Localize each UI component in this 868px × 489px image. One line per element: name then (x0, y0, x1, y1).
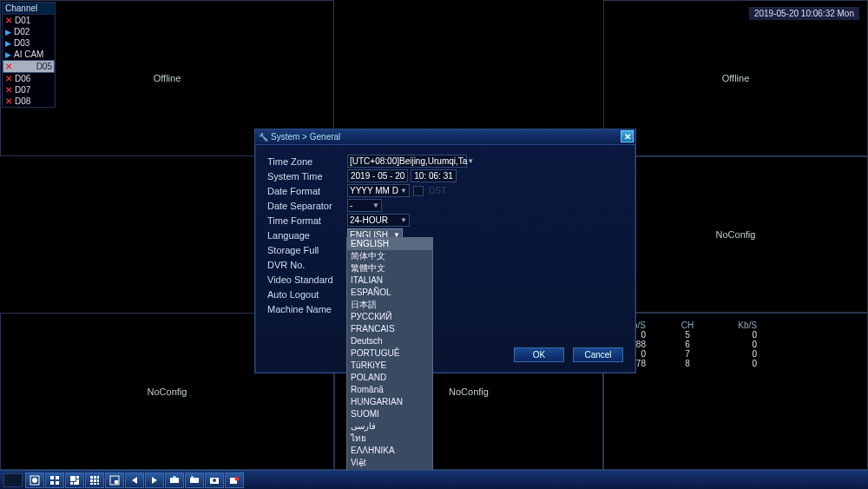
lang-option[interactable]: HUNGARIAN (347, 396, 432, 408)
svg-rect-28 (191, 476, 194, 478)
lang-option[interactable]: РУССКИЙ (347, 311, 432, 323)
channel-item-label: D01 (15, 16, 30, 25)
x-icon: ✕ (5, 62, 12, 71)
tb-prev-button[interactable] (125, 472, 144, 488)
svg-rect-10 (74, 482, 76, 485)
ok-button[interactable]: OK (514, 347, 564, 362)
tb-record-button[interactable] (225, 472, 244, 488)
svg-marker-23 (132, 477, 137, 484)
lang-option[interactable]: Română (347, 384, 432, 396)
play-icon: ▶ (5, 39, 11, 48)
lang-option[interactable]: POLAND (347, 372, 432, 384)
svg-rect-6 (70, 476, 76, 481)
lang-option[interactable]: Deutsch (347, 335, 432, 347)
tb-layout1-button[interactable] (165, 472, 184, 488)
tb-view4-button[interactable] (45, 472, 64, 488)
svg-rect-19 (94, 483, 96, 485)
channel-item-label: AI CAM (14, 50, 43, 59)
svg-point-30 (213, 479, 216, 482)
label-systime: System Time (267, 171, 347, 182)
channel-item-D05[interactable]: ✕D05 (3, 60, 55, 73)
channel-item-label: D07 (15, 85, 30, 95)
channel-item-label: D08 (15, 96, 30, 106)
language-dropdown-list[interactable]: ENGLISH简体中文繁體中文ITALIANESPAÑOL日本語РУССКИЙF… (346, 237, 433, 482)
cancel-button[interactable]: Cancel (573, 347, 623, 362)
close-icon: ✕ (624, 132, 631, 142)
channel-item-label: D03 (14, 38, 30, 48)
lang-option[interactable]: ΕΛΛΗΝΙΚΑ (347, 445, 432, 457)
svg-rect-3 (56, 476, 59, 479)
channel-panel-header: Channel (3, 3, 55, 15)
chevron-down-icon: ▼ (400, 216, 407, 224)
dateformat-select[interactable]: YYYY MM D▼ (347, 184, 410, 197)
camera-cell-2[interactable]: Offline (603, 0, 868, 156)
tb-view1-button[interactable] (25, 472, 44, 488)
dst-checkbox[interactable] (413, 186, 424, 196)
svg-rect-15 (90, 479, 93, 482)
chevron-down-icon: ▼ (372, 202, 379, 209)
datesep-select[interactable]: -▼ (347, 199, 382, 212)
lang-option[interactable]: TüRKiYE (347, 360, 432, 372)
dst-label: DST (429, 186, 446, 195)
svg-point-1 (32, 478, 37, 483)
lang-option[interactable]: 繁體中文 (347, 262, 432, 274)
svg-rect-7 (76, 476, 79, 479)
svg-rect-26 (173, 476, 176, 478)
channel-item-AI CAM[interactable]: ▶AI CAM (3, 49, 55, 60)
tb-view8-button[interactable] (65, 472, 84, 488)
channel-item-D03[interactable]: ▶D03 (3, 37, 55, 49)
lang-option[interactable]: ไทย (347, 433, 432, 445)
stats-table: Kb/SCHKb/S 050 128860 070 127880 (609, 320, 862, 368)
tb-next-button[interactable] (145, 472, 164, 488)
cell-status: NoConfig (449, 387, 489, 397)
timeformat-select[interactable]: 24-HOUR▼ (347, 214, 410, 227)
lang-option[interactable]: فارسی (347, 420, 432, 433)
svg-rect-2 (50, 476, 54, 479)
lang-option[interactable]: Việt (347, 457, 432, 469)
systime-time-input[interactable]: 10: 06: 31 (411, 169, 456, 182)
play-icon: ▶ (5, 28, 11, 36)
dialog-titlebar[interactable]: 🔧 System > General ✕ (255, 129, 635, 145)
channel-item-D01[interactable]: ✕D01 (3, 15, 55, 26)
channel-item-label: D05 (36, 62, 52, 71)
lang-option[interactable]: ESPAÑOL (347, 287, 432, 299)
wrench-icon: 🔧 (259, 133, 268, 142)
channel-item-label: D02 (14, 27, 30, 36)
lang-option[interactable]: 简体中文 (347, 250, 432, 262)
lang-option[interactable]: PORTUGUÊ (347, 347, 432, 360)
svg-rect-27 (190, 478, 199, 483)
label-timezone: Time Zone (267, 156, 347, 167)
channel-item-D08[interactable]: ✕D08 (3, 96, 55, 107)
svg-rect-22 (115, 480, 118, 484)
channel-item-D06[interactable]: ✕D06 (3, 73, 55, 84)
channel-item-D02[interactable]: ▶D02 (3, 26, 55, 37)
timezone-select[interactable]: [UTC+08:00]Beijing,Urumqi,Ta▼ (347, 155, 467, 168)
tb-snapshot-button[interactable] (205, 472, 224, 488)
stats-row: 128860 (609, 340, 862, 349)
lang-option[interactable]: SUOMI (347, 408, 432, 420)
svg-rect-18 (90, 483, 93, 485)
toolbar (0, 470, 868, 489)
camera-cell-7[interactable]: Kb/SCHKb/S 050 128860 070 127880 (603, 313, 868, 470)
svg-rect-14 (97, 476, 99, 479)
tb-pip-button[interactable] (105, 472, 124, 488)
stats-row: 050 (609, 330, 862, 340)
toolbar-spacer (3, 473, 23, 487)
lang-option[interactable]: 日本語 (347, 299, 432, 311)
lang-option[interactable]: ENGLISH (347, 238, 432, 250)
lang-option[interactable]: ITALIAN (347, 274, 432, 287)
camera-cell-4[interactable]: NoConfig (603, 156, 868, 313)
label-dvrno: DVR No. (267, 260, 347, 270)
cell-status: Offline (722, 73, 750, 83)
chevron-down-icon: ▼ (467, 157, 474, 165)
close-button[interactable]: ✕ (621, 130, 634, 142)
lang-option[interactable]: FRANCAIS (347, 323, 432, 335)
label-datesep: Date Separator (267, 201, 347, 211)
x-icon: ✕ (5, 74, 12, 83)
svg-point-32 (235, 476, 240, 480)
channel-item-D07[interactable]: ✕D07 (3, 84, 55, 96)
systime-date-input[interactable]: 2019 - 05 - 20 (347, 169, 408, 182)
tb-view9-button[interactable] (85, 472, 104, 488)
svg-marker-24 (152, 477, 157, 484)
tb-layout2-button[interactable] (185, 472, 204, 488)
